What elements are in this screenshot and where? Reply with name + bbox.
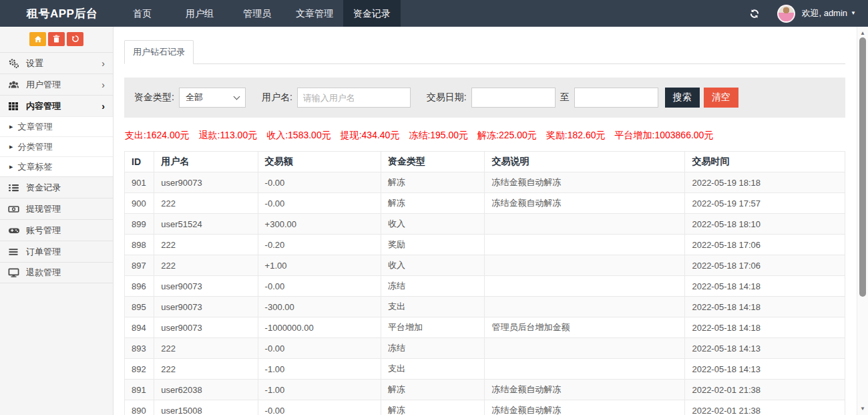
sidebar-item-order-management[interactable]: 订单管理 (0, 241, 113, 262)
cell-description: 冻结金额自动解冻 (485, 400, 685, 415)
nav-item-articles[interactable]: 文章管理 (286, 0, 343, 27)
nav-item-home[interactable]: 首页 (114, 0, 171, 27)
table-row: 898 222 -0.20 奖励 2022-05-18 17:06 (125, 235, 845, 255)
summary-item: 收入:1583.00元 (266, 130, 331, 140)
vertical-scrollbar: ▲ ▼ (857, 27, 868, 415)
cell-fund-type: 收入 (381, 214, 485, 235)
tab-user-diamond-records[interactable]: 用户钻石记录 (124, 40, 194, 64)
date-to-separator: 至 (560, 92, 570, 104)
sidebar-subitem-article-management[interactable]: ▶ 文章管理 (0, 116, 113, 136)
sidebar-quick-buttons (0, 27, 113, 52)
cell-time: 2022-02-01 21:38 (685, 380, 845, 400)
sidebar-subitem-article-tags[interactable]: ▶ 文章标签 (0, 156, 113, 176)
refresh-button[interactable] (67, 32, 83, 46)
date-to-input[interactable] (574, 88, 658, 108)
cell-fund-type: 解冻 (381, 400, 485, 415)
cell-id: 898 (125, 235, 154, 255)
sidebar-item-content-management[interactable]: 内容管理 › (0, 95, 113, 116)
sidebar-item-settings[interactable]: 设置 › (0, 52, 113, 74)
cell-time: 2022-05-18 14:18 (685, 276, 845, 297)
cell-fund-type: 解冻 (381, 172, 485, 193)
cell-username: user90073 (154, 172, 258, 193)
sidebar-item-label: 订单管理 (26, 246, 105, 258)
table-row: 897 222 +1.00 收入 2022-05-18 17:06 (125, 255, 845, 276)
cell-time: 2022-05-18 14:13 (685, 359, 845, 380)
sidebar-item-label: 退款管理 (26, 267, 105, 279)
cell-id: 899 (125, 214, 154, 235)
date-from-input[interactable] (471, 88, 556, 108)
cell-id: 894 (125, 317, 154, 338)
refresh-icon[interactable] (749, 9, 760, 19)
cell-fund-type: 冻结 (381, 276, 485, 297)
cell-username: 222 (154, 235, 258, 255)
cell-id: 896 (125, 276, 154, 297)
summary-item: 退款:113.00元 (199, 130, 258, 140)
table-row: 899 user51524 +300.00 收入 2022-05-18 18:1… (125, 214, 845, 235)
chevron-down-icon (233, 93, 240, 100)
cell-fund-type: 冻结 (381, 338, 485, 359)
cell-amount: -1.00 (258, 359, 381, 380)
cell-username: 222 (154, 255, 258, 276)
cell-amount: -0.00 (258, 400, 381, 415)
content-inner: 资金类型: 全部 用户名: 交易日期: 至 搜索 清空 支出:1624.00元退… (114, 64, 857, 415)
grid-icon (8, 101, 21, 112)
sidebar-item-account-management[interactable]: 账号管理 (0, 219, 113, 241)
table-row: 891 user62038 -1.00 解冻 冻结金额自动解冻 2022-02-… (125, 380, 845, 400)
sidebar-subitem-category-management[interactable]: ▶ 分类管理 (0, 136, 113, 156)
cell-description (485, 297, 685, 317)
fund-type-select[interactable]: 全部 (179, 88, 246, 108)
username-input[interactable] (297, 88, 411, 108)
monitor-icon (8, 267, 21, 278)
sidebar-item-fund-records[interactable]: 资金记录 (0, 176, 113, 198)
navbar-right: 欢迎, admin▼ (749, 0, 868, 27)
summary-item: 支出:1624.00元 (125, 130, 190, 140)
cell-description: 冻结金额自动解冻 (485, 193, 685, 214)
sidebar-item-label: 用户管理 (26, 79, 101, 91)
sidebar-item-user-management[interactable]: 用户管理 › (0, 74, 113, 95)
scroll-down-arrow-icon[interactable]: ▼ (857, 404, 868, 414)
welcome-user-menu[interactable]: 欢迎, admin▼ (801, 7, 856, 19)
cell-id: 893 (125, 338, 154, 359)
cycle-icon (71, 33, 79, 45)
cell-username: user62038 (154, 380, 258, 400)
cell-time: 2022-05-18 14:18 (685, 317, 845, 338)
cell-fund-type: 解冻 (381, 380, 485, 400)
username-label: 用户名: (262, 92, 292, 104)
sidebar-item-withdrawal-management[interactable]: 提现管理 (0, 198, 113, 219)
cell-id: 892 (125, 359, 154, 380)
user-avatar[interactable] (777, 5, 795, 23)
trash-button[interactable] (48, 32, 65, 46)
table-row: 892 222 -1.00 支出 2022-05-18 14:13 (125, 359, 845, 380)
sidebar-subitem-label: 文章管理 (17, 121, 52, 133)
cell-time: 2022-02-01 21:38 (685, 400, 845, 415)
cell-time: 2022-05-18 14:18 (685, 297, 845, 317)
col-header-fund-type: 资金类型 (381, 152, 485, 172)
clear-button[interactable]: 清空 (704, 88, 738, 108)
bars-icon (8, 247, 21, 257)
cell-amount: -300.00 (258, 297, 381, 317)
cell-time: 2022-05-18 17:06 (685, 255, 845, 276)
caret-right-icon: ▶ (9, 164, 13, 170)
nav-item-fund-records[interactable]: 资金记录 (343, 0, 401, 27)
cell-description (485, 338, 685, 359)
cell-fund-type: 奖励 (381, 235, 485, 255)
gamepad-icon (8, 225, 21, 236)
nav-item-user-groups[interactable]: 用户组 (171, 0, 228, 27)
scroll-up-arrow-icon[interactable]: ▲ (857, 28, 868, 38)
home-button[interactable] (29, 32, 46, 46)
cell-fund-type: 平台增加 (381, 317, 485, 338)
cell-amount: +300.00 (258, 214, 381, 235)
cell-id: 897 (125, 255, 154, 276)
scrollbar-thumb[interactable] (859, 37, 866, 297)
cell-time: 2022-05-18 17:06 (685, 235, 845, 255)
cell-fund-type: 支出 (381, 359, 485, 380)
cell-description (485, 235, 685, 255)
col-header-id: ID (125, 152, 154, 172)
search-button[interactable]: 搜索 (665, 88, 700, 108)
summary-item: 冻结:195.00元 (409, 130, 468, 140)
cell-time: 2022-05-19 17:57 (685, 193, 845, 214)
chevron-right-icon: › (101, 101, 105, 112)
nav-item-admins[interactable]: 管理员 (228, 0, 286, 27)
summary-item: 提现:434.40元 (341, 130, 400, 140)
sidebar-item-refund-management[interactable]: 退款管理 (0, 262, 113, 283)
